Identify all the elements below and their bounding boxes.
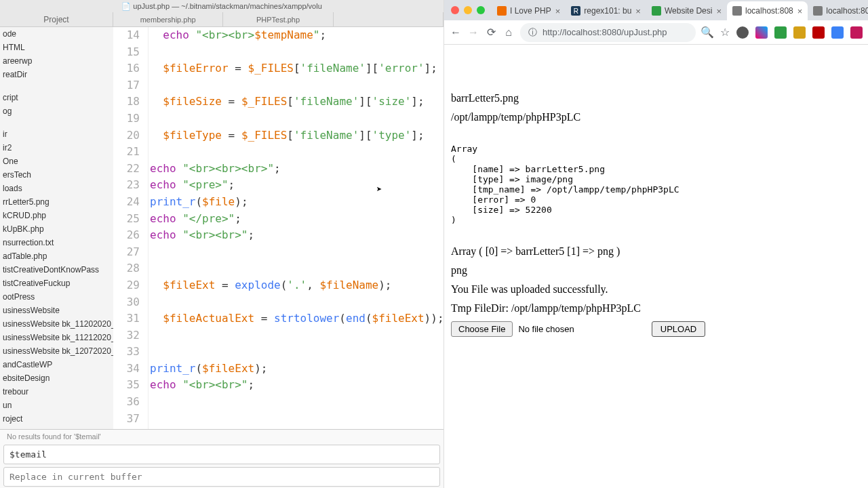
page-tmpdir-line: Tmp FileDir: /opt/lampp/temp/phpHP3pLC [451,302,861,314]
sidebar-item[interactable]: usinessWebsite bk_11212020_0546p [0,331,113,344]
upload-form: Choose File No file chosen UPLOAD [451,321,861,337]
ext-icon-2[interactable] [755,26,768,39]
sidebar-item[interactable]: nsurrection.txt [0,236,113,249]
ext-icon-4[interactable] [793,26,806,39]
tab-favicon [732,6,742,16]
sidebar-item[interactable]: ode [0,27,113,41]
sidebar-item[interactable]: andCastleWP [0,358,113,371]
browser-tab[interactable]: localhost:808× [727,1,808,20]
sidebar-item[interactable]: rrLetter5.png [0,195,113,209]
browser-tab[interactable]: localhost:80 [808,1,868,20]
tab-title: localhost:80 [826,6,868,16]
sidebar-item[interactable]: One [0,155,113,168]
forward-button[interactable]: → [467,26,479,39]
tab-title: I Love PHP [510,6,551,16]
gutter: 1415161718192021222324252627282930313233… [113,27,149,429]
editor-tab-membership[interactable]: membership.php [113,12,223,26]
tab-close-icon[interactable]: × [716,6,722,16]
page-tmp-path: /opt/lampp/temp/phpHP3pLC [451,111,861,123]
browser-tabs: I Love PHP×Rregex101: bu×Website Desi×lo… [492,0,868,20]
site-info-icon[interactable]: ⓘ [528,26,537,39]
choose-file-status: No file chosen [518,324,574,334]
sidebar-item[interactable]: ir2 [0,141,113,155]
ext-icon-6[interactable] [831,26,844,39]
tab-favicon [813,6,823,16]
extensions [736,26,863,39]
sidebar-item[interactable]: HTML [0,41,113,54]
address-bar[interactable]: ⓘ http://localhost:8080/upJust.php [520,23,696,42]
sidebar-item[interactable]: loads [0,182,113,195]
home-button[interactable]: ⌂ [502,26,515,39]
browser-tab[interactable]: Rregex101: bu× [566,1,646,20]
tab-favicon [652,6,661,16]
titlebar-icon: 📄 [121,2,131,10]
sidebar-item[interactable]: roject [0,412,113,426]
find-replace-panel: No results found for '$temail' [0,429,443,488]
sidebar-item[interactable]: usinessWebsite bk_12072020_1152a [0,344,113,358]
sidebar-item[interactable]: cript [0,91,113,104]
titlebar-text: upJust.php — ~/.bitnami/stackman/machine… [133,2,322,10]
sidebar-item[interactable]: tistCreativeDontKnowPass [0,263,113,277]
sidebar-item[interactable]: kUpBK.php [0,222,113,236]
tab-title: Website Desi [665,6,712,16]
tab-title: localhost:808 [745,6,793,16]
browser-page: barrLetter5.png /opt/lampp/temp/phpHP3pL… [444,45,868,488]
tab-close-icon[interactable]: × [797,6,803,16]
ext-icon-5[interactable] [812,26,825,39]
browser-tabbar: I Love PHP×Rregex101: bu×Website Desi×lo… [444,0,868,20]
sidebar-item[interactable]: areerwp [0,54,113,68]
sidebar-item[interactable]: usinessWebsite [0,304,113,317]
upload-button[interactable]: UPLOAD [652,321,705,337]
sidebar-item[interactable]: og [0,104,113,118]
page-success-line: You File was uploaded successfully. [451,283,861,296]
maximize-window-icon[interactable] [477,6,485,14]
browser-tab[interactable]: Website Desi× [646,1,727,20]
editor-tab-phptest[interactable]: PHPTest.php [223,12,333,26]
editor-tab-blank[interactable] [334,12,443,26]
code-area[interactable]: 1415161718192021222324252627282930313233… [113,27,443,429]
back-button[interactable]: ← [450,26,462,39]
browser-tab[interactable]: I Love PHP× [492,1,566,20]
editor-window: 📄 upJust.php — ~/.bitnami/stackman/machi… [0,0,443,488]
browser-toolbar: ← → ⟳ ⌂ ⓘ http://localhost:8080/upJust.p… [444,20,868,45]
page-file-name: barrLetter5.png [451,92,861,104]
sidebar-item[interactable]: ootPress [0,290,113,304]
ext-icon-7[interactable] [850,26,863,39]
url-text: http://localhost:8080/upJust.php [542,27,667,37]
page-explode-line: Array ( [0] => barrLetter5 [1] => png ) [451,245,861,258]
sidebar-item[interactable]: kCRUD.php [0,209,113,222]
ext-icon-1[interactable] [736,26,749,39]
search-icon[interactable]: 🔍 [701,26,713,39]
tab-close-icon[interactable]: × [635,6,641,16]
sidebar-item[interactable]: un [0,399,113,412]
tab-favicon: R [571,6,580,16]
choose-file-button[interactable]: Choose File [451,321,513,337]
ext-icon-3[interactable] [774,26,787,39]
close-window-icon[interactable] [451,6,459,14]
sidebar-item[interactable]: trebour [0,385,113,399]
bookmark-icon[interactable]: ☆ [719,26,731,39]
sidebar-item[interactable]: ersTech [0,168,113,182]
sidebar-item[interactable]: ebsiteDesign [0,371,113,385]
sidebar-item[interactable]: tistCreativeFuckup [0,277,113,290]
tab-title: regex101: bu [584,6,631,16]
search-result-msg: No results found for '$temail' [0,430,443,443]
editor-tabs-row: Project membership.php PHPTest.php [0,12,443,27]
tab-close-icon[interactable]: × [555,6,561,16]
editor-titlebar: 📄 upJust.php — ~/.bitnami/stackman/machi… [0,0,443,12]
page-array-dump: Array ( [name] => barrLetter5.png [type]… [451,144,861,225]
replace-input[interactable] [3,467,440,487]
sidebar-item[interactable]: usinessWebsite bk_11202020_0215p [0,317,113,331]
sidebar-item[interactable]: reatDir [0,68,113,81]
minimize-window-icon[interactable] [464,6,472,14]
project-tree[interactable]: odeHTMLareerwpreatDircriptogirir2OneersT… [0,27,113,429]
project-panel-label: Project [0,12,113,26]
sidebar-item[interactable]: adTable.php [0,249,113,263]
sidebar-item[interactable]: ir [0,127,113,141]
code-content[interactable]: echo "<br><br>$tempName"; $fileError = $… [149,27,443,429]
window-controls [451,6,485,14]
reload-button[interactable]: ⟳ [485,26,497,39]
browser-window: I Love PHP×Rregex101: bu×Website Desi×lo… [443,0,868,488]
page-ext-line: png [451,264,861,277]
search-input[interactable] [3,445,440,464]
